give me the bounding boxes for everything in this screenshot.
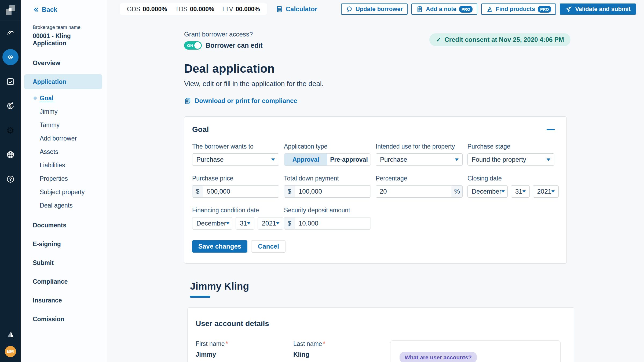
handshake-icon — [2, 49, 19, 65]
first-name-field: First name* Jimmy — [196, 340, 293, 358]
chevron-down-icon — [502, 190, 505, 193]
paper-plane-icon[interactable] — [0, 326, 21, 342]
purchase-price-group: $ — [192, 185, 279, 198]
security-deposit-input[interactable] — [295, 217, 371, 229]
find-products-button[interactable]: Find products PRO — [481, 3, 556, 15]
sidebar-subitem-tammy[interactable]: Tammy — [21, 118, 107, 132]
access-row: Grant borrower access? ON Borrower can e… — [184, 31, 574, 50]
add-a-note-button[interactable]: Add a note PRO — [411, 3, 477, 15]
gear-icon[interactable]: ⚙ — [0, 118, 21, 142]
borrower-name-heading: Jimmy Kling — [190, 281, 574, 292]
field-label: Application type — [284, 143, 371, 150]
sidebar-subitem-properties[interactable]: Properties — [21, 172, 107, 185]
intended-use-select[interactable]: Purchase — [376, 153, 463, 166]
field-label: Purchase price — [192, 175, 279, 182]
sidebar-subitem-goal[interactable]: Goal — [21, 91, 107, 105]
note-icon — [416, 6, 423, 13]
credit-consent-badge: ✓ Credit consent at Nov 25, 2020 4:06 PM — [429, 33, 570, 46]
sidebar-subitem-assets[interactable]: Assets — [21, 145, 107, 158]
user-avatar[interactable]: BM — [5, 346, 16, 357]
back-link[interactable]: Back — [33, 6, 107, 13]
sidebar-item-insurance[interactable]: Insurance — [33, 291, 107, 310]
purchase-stage-select[interactable]: Found the property — [467, 153, 554, 166]
gauge-icon[interactable] — [0, 20, 21, 45]
field-label: Total down payment — [284, 175, 371, 182]
field-label: Intended use for the property — [376, 143, 463, 150]
pro-badge: PRO — [538, 6, 551, 13]
financing-day-select[interactable]: 31 — [236, 217, 254, 230]
user-account-card: User account details First name* Jimmy L… — [187, 307, 574, 362]
deals-rail-item[interactable] — [0, 45, 21, 69]
borrower-access-toggle[interactable]: ON — [184, 41, 202, 50]
main-area: GDS00.000% TDS00.000% LTV00.000% — [107, 0, 644, 362]
back-label: Back — [42, 6, 57, 13]
page-title: Deal application — [184, 62, 574, 75]
what-are-user-accounts-chip[interactable]: What are user accounts? — [400, 352, 477, 362]
download-print-link[interactable]: Download or print for compliance — [184, 97, 574, 105]
update-borrower-button[interactable]: Update borrower — [341, 3, 408, 15]
sidebar-item-compliance[interactable]: Compliance — [33, 272, 107, 291]
sidebar-subitem-deal-agents[interactable]: Deal agents — [21, 199, 107, 212]
help-icon[interactable]: ? — [0, 167, 21, 191]
user-account-title: User account details — [196, 319, 561, 328]
cancel-button[interactable]: Cancel — [251, 240, 286, 253]
closing-month-select[interactable]: December — [467, 185, 508, 198]
sidebar-subitem-add-borrower[interactable]: Add borrower — [21, 132, 107, 145]
currency-refresh-icon[interactable]: $ — [0, 94, 21, 118]
app-logo-icon[interactable] — [0, 0, 21, 20]
icon-rail: $ ⚙ ? BM — [0, 0, 21, 362]
rail-bottom: BM — [0, 326, 21, 362]
ltv-stat: LTV00.000% — [222, 6, 260, 13]
sidebar-subitem-jimmy[interactable]: Jimmy — [21, 105, 107, 118]
globe-icon[interactable] — [0, 142, 21, 167]
total-down-payment-input[interactable] — [295, 186, 371, 197]
field-label: Security deposit amount — [284, 207, 371, 214]
ratio-stats-pill: GDS00.000% TDS00.000% LTV00.000% — [120, 3, 267, 15]
sidebar-item-comission[interactable]: Comission — [33, 310, 107, 328]
tds-stat: TDS00.000% — [175, 6, 214, 13]
borrower-section: Jimmy Kling User account details First n… — [190, 281, 574, 362]
closing-day-select[interactable]: 31 — [511, 185, 530, 198]
sidebar-item-e-signing[interactable]: E-signing — [33, 235, 107, 253]
financing-month-select[interactable]: December — [192, 217, 232, 230]
topbar-buttons: Update borrower Add a note PRO — [341, 3, 636, 15]
pre-approval-option[interactable]: Pre-approval — [327, 154, 371, 165]
sidebar-item-overview[interactable]: Overview — [33, 55, 107, 71]
tasks-clipboard-icon[interactable] — [0, 69, 21, 94]
goal-card: Goal The borrower wants to Purchase Appl… — [184, 116, 567, 264]
sidebar-subitem-liabilities[interactable]: Liabilities — [21, 158, 107, 172]
active-dot-icon — [34, 97, 37, 100]
financing-year-select[interactable]: 2021 — [258, 217, 283, 230]
closing-year-select[interactable]: 2021 — [533, 185, 559, 198]
collapse-minus-icon[interactable] — [547, 129, 555, 130]
validate-and-submit-button[interactable]: Validate and submit — [560, 3, 636, 15]
field-label: Purchase stage — [467, 143, 554, 150]
sidebar: Back Brokerage team name 00001 - Kling A… — [21, 0, 107, 362]
borrower-wants-select[interactable]: Purchase — [192, 153, 279, 166]
application-type-segmented: Approval Pre-approval — [284, 153, 371, 166]
check-icon: ✓ — [436, 36, 441, 43]
field-label: Percentage — [376, 175, 463, 182]
sidebar-item-submit[interactable]: Submit — [33, 253, 107, 272]
save-changes-button[interactable]: Save changes — [192, 240, 247, 253]
svg-text:?: ? — [9, 176, 12, 181]
sidebar-item-documents[interactable]: Documents — [33, 216, 107, 235]
approval-option[interactable]: Approval — [284, 154, 327, 165]
page-subtitle: View, edit or fill in the application fo… — [184, 80, 574, 88]
chevron-down-icon — [522, 190, 526, 193]
percentage-input[interactable] — [376, 186, 452, 197]
chevron-down-icon — [547, 158, 550, 161]
sidebar-item-application[interactable]: Application — [24, 74, 102, 89]
grant-access-question: Grant borrower access? — [184, 31, 263, 38]
field-label: The borrower wants to — [192, 143, 279, 150]
purchase-price-input[interactable] — [203, 186, 279, 197]
deal-title: 00001 - Kling Application — [33, 32, 102, 47]
required-asterisk: * — [323, 340, 325, 347]
last-name-field: Last name* Kling — [293, 340, 385, 358]
sidebar-subitem-subject-property[interactable]: Subject property — [21, 185, 107, 199]
double-chevron-left-icon — [33, 6, 40, 13]
send-plane-icon — [565, 6, 572, 13]
prism-triangle-icon — [486, 6, 493, 13]
calculator-link[interactable]: Calculator — [276, 5, 317, 13]
user-fields: First name* Jimmy Last name* Kling Email… — [196, 340, 385, 362]
